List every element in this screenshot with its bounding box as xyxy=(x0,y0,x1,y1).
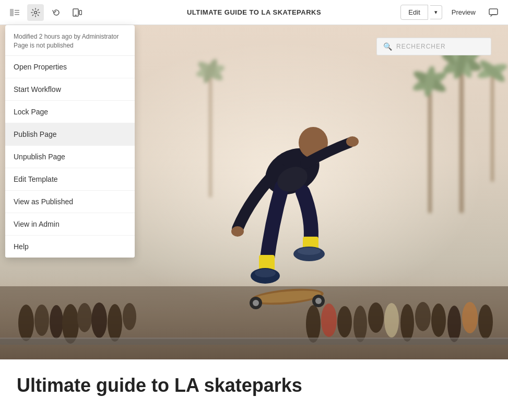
svg-point-61 xyxy=(255,269,276,277)
messages-button[interactable] xyxy=(485,4,502,21)
dropdown-item-unpublish-page[interactable]: Unpublish Page xyxy=(5,146,135,168)
svg-rect-51 xyxy=(0,337,508,339)
svg-point-40 xyxy=(337,306,352,337)
toolbar-right: Edit ▾ Preview xyxy=(400,4,502,21)
svg-point-43 xyxy=(384,303,399,337)
search-overlay: 🔍 RECHERCHER xyxy=(376,38,491,55)
toolbar-left xyxy=(6,4,86,21)
dropdown-item-lock-page[interactable]: Lock Page xyxy=(5,101,135,123)
dropdown-menu: Modified 2 hours ago by Administrator Pa… xyxy=(5,25,135,258)
device-preview-button[interactable] xyxy=(69,4,86,21)
svg-point-31 xyxy=(34,305,49,336)
svg-point-41 xyxy=(353,306,367,342)
dropdown-item-view-in-admin[interactable]: View in Admin xyxy=(5,213,135,236)
svg-point-32 xyxy=(50,305,63,339)
svg-point-39 xyxy=(321,304,337,337)
dropdown-item-publish-page[interactable]: Publish Page xyxy=(5,123,135,146)
svg-point-42 xyxy=(368,302,384,333)
svg-rect-11 xyxy=(459,56,464,213)
svg-rect-6 xyxy=(79,10,82,15)
search-bar[interactable]: 🔍 RECHERCHER xyxy=(376,38,491,55)
dropdown-header-line1: Modified 2 hours ago by Administrator xyxy=(14,32,126,41)
svg-point-30 xyxy=(18,305,34,341)
svg-point-45 xyxy=(415,302,431,331)
svg-point-34 xyxy=(77,303,92,332)
edit-dropdown-button[interactable]: ▾ xyxy=(430,5,442,19)
svg-point-62 xyxy=(298,248,321,255)
settings-button[interactable] xyxy=(27,4,44,21)
svg-point-55 xyxy=(231,226,244,237)
svg-rect-0 xyxy=(10,9,14,16)
dropdown-item-open-properties[interactable]: Open Properties xyxy=(5,56,135,78)
svg-point-48 xyxy=(462,302,478,333)
svg-rect-24 xyxy=(209,67,212,197)
svg-point-67 xyxy=(253,300,259,306)
svg-point-37 xyxy=(123,303,136,330)
dropdown-item-start-workflow[interactable]: Start Workflow xyxy=(5,78,135,101)
svg-point-35 xyxy=(91,302,107,338)
dropdown-item-help[interactable]: Help xyxy=(5,236,135,258)
svg-point-46 xyxy=(431,304,446,337)
search-placeholder: RECHERCHER xyxy=(396,43,446,50)
svg-rect-17 xyxy=(428,77,432,213)
svg-point-38 xyxy=(306,305,321,343)
svg-rect-1 xyxy=(15,10,19,11)
dropdown-header: Modified 2 hours ago by Administrator Pa… xyxy=(5,25,135,56)
dropdown-item-view-as-published[interactable]: View as Published xyxy=(5,191,135,213)
toolbar: ULTIMATE GUIDE TO LA SKATEPARKS Edit ▾ P… xyxy=(0,0,508,25)
svg-rect-8 xyxy=(489,9,498,15)
preview-button[interactable]: Preview xyxy=(444,5,483,19)
svg-point-56 xyxy=(346,136,359,147)
dropdown-header-line2: Page is not published xyxy=(14,41,126,50)
svg-rect-50 xyxy=(0,339,508,345)
edit-button[interactable]: Edit xyxy=(400,5,428,20)
sidebar-toggle-button[interactable] xyxy=(6,4,23,21)
svg-point-44 xyxy=(400,304,414,342)
svg-point-4 xyxy=(34,11,37,14)
page-title-toolbar: ULTIMATE GUIDE TO LA SKATEPARKS xyxy=(187,8,321,16)
svg-rect-3 xyxy=(15,14,19,15)
page-title-area: Ultimate guide to LA skateparks xyxy=(0,359,508,420)
svg-point-36 xyxy=(108,304,122,342)
dropdown-item-edit-template[interactable]: Edit Template xyxy=(5,168,135,191)
svg-rect-21 xyxy=(491,67,494,182)
search-icon: 🔍 xyxy=(383,42,392,51)
svg-point-47 xyxy=(447,306,461,342)
svg-rect-2 xyxy=(15,12,19,13)
svg-point-49 xyxy=(478,305,493,339)
svg-point-68 xyxy=(315,298,322,304)
page-main-title: Ultimate guide to LA skateparks xyxy=(17,374,491,396)
undo-button[interactable] xyxy=(48,4,65,21)
